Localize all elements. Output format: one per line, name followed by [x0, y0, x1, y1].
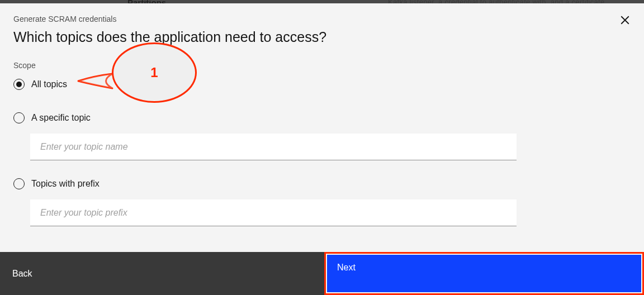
topic-prefix-input[interactable]	[30, 199, 517, 226]
close-button[interactable]	[618, 13, 632, 27]
modal-header: Generate SCRAM credentials Which topics …	[0, 3, 644, 45]
scope-label: Scope	[0, 61, 644, 74]
radio-icon	[13, 178, 25, 189]
radio-label: All topics	[31, 79, 67, 89]
next-button-highlight: Next	[324, 252, 644, 295]
scope-radio-group: All topics A specific topic Topics with …	[0, 74, 644, 240]
modal-title: Which topics does the application need t…	[13, 29, 631, 45]
radio-label: A specific topic	[31, 113, 91, 123]
modal-footer: Back Next	[0, 252, 644, 295]
modal-subtitle: Generate SCRAM credentials	[13, 15, 631, 23]
modal-panel: Generate SCRAM credentials Which topics …	[0, 3, 644, 295]
topic-name-input[interactable]	[30, 134, 517, 160]
radio-icon	[13, 79, 25, 90]
close-icon	[620, 15, 630, 25]
radio-all-topics[interactable]: All topics	[13, 74, 631, 94]
radio-label: Topics with prefix	[31, 179, 100, 189]
radio-icon	[13, 112, 25, 123]
next-button[interactable]: Next	[327, 255, 641, 292]
radio-specific-topic[interactable]: A specific topic	[13, 108, 631, 128]
radio-topic-prefix[interactable]: Topics with prefix	[13, 174, 631, 194]
back-button[interactable]: Back	[0, 252, 324, 295]
